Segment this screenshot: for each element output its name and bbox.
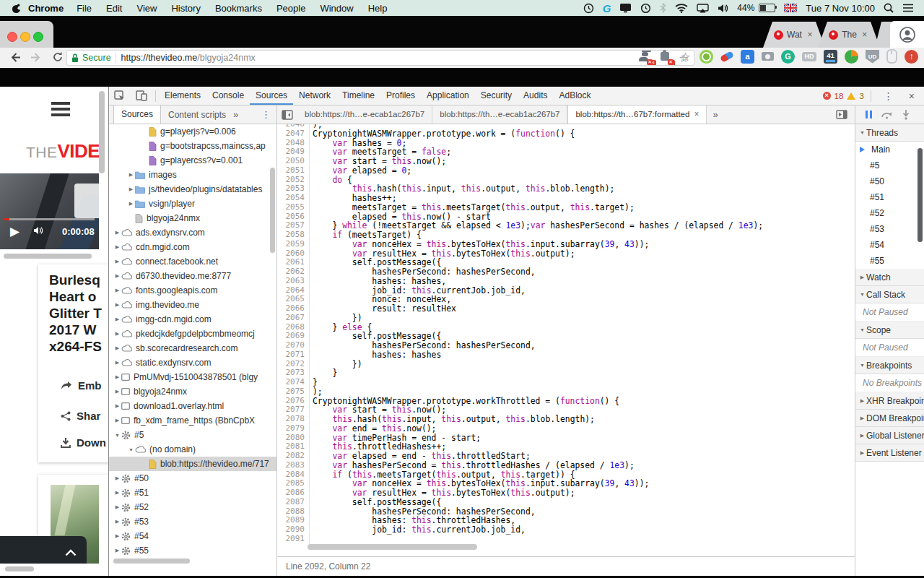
file-tree-item[interactable]: ▶sb.scorecardresearch.com [109, 341, 276, 355]
navigator-tab-content-scripts[interactable]: Content scripts [161, 110, 233, 120]
file-tree-item[interactable]: ▶blgyoja24nmx [109, 384, 276, 399]
tab-counter-extension-icon[interactable]: 41 [824, 50, 837, 64]
tree-expand-icon[interactable]: ▶ [127, 172, 135, 178]
section-expand-icon[interactable]: ▼ [858, 363, 866, 368]
reload-button[interactable] [52, 51, 64, 63]
site-logo[interactable]: THEVIDE [26, 140, 100, 163]
page-vertical-scrollbar[interactable] [99, 91, 105, 173]
battery-icon[interactable] [759, 4, 775, 12]
embed-button[interactable]: Emb [61, 379, 102, 392]
code-text[interactable]: hashes: hashes [310, 350, 441, 360]
sidebar-section-breakpoints[interactable]: ▼Breakpoints [855, 357, 924, 374]
tree-expand-icon[interactable]: ▶ [113, 316, 121, 322]
secure-lock-icon[interactable] [71, 53, 79, 63]
code-text[interactable]: var start = this.now(); [310, 157, 446, 166]
tree-expand-icon[interactable]: ▶ [127, 201, 135, 207]
file-tree-item[interactable]: ▶ads.exdynsrv.com [109, 225, 276, 240]
editor-tab-1[interactable]: blob:https://th…e-ecab1ac267b7 [297, 105, 432, 124]
uk-keyboard-flag-icon[interactable] [784, 4, 797, 12]
file-tree-item[interactable]: blgyoja24nmx [109, 211, 276, 225]
section-expand-icon[interactable]: ▶ [858, 433, 866, 439]
file-tree-item[interactable]: ▶#52 [109, 500, 276, 514]
devtools-tab-profiles[interactable]: Profiles [380, 87, 421, 105]
toggle-navigator-icon[interactable] [282, 110, 293, 120]
tree-expand-icon[interactable]: ▶ [113, 345, 121, 351]
tree-expand-icon[interactable]: ▶ [113, 331, 121, 337]
code-text[interactable]: } [310, 378, 318, 387]
time-machine-icon[interactable] [640, 3, 651, 14]
section-expand-icon[interactable]: ▼ [858, 292, 866, 297]
section-expand-icon[interactable]: ▼ [858, 327, 866, 332]
tree-expand-icon[interactable]: ▶ [113, 360, 121, 366]
open-drawer-icon[interactable] [836, 110, 847, 119]
file-tree-item[interactable]: ▶vsign/player [109, 197, 276, 211]
devtools-tab-elements[interactable]: Elements [159, 87, 206, 105]
tree-expand-icon[interactable]: ▶ [113, 259, 121, 264]
pause-script-icon[interactable] [866, 111, 872, 118]
navigator-menu-icon[interactable]: ⋮ [261, 109, 276, 120]
screen-record-icon[interactable] [583, 3, 594, 14]
file-tree-item[interactable]: ▶connect.facebook.net [109, 254, 276, 269]
warning-icon[interactable] [847, 92, 855, 100]
thread-item[interactable]: #53 [855, 221, 924, 237]
file-tree-item[interactable]: g=playerjs?v=0.006 [109, 124, 276, 139]
tab-close-icon[interactable]: × [694, 105, 699, 124]
line-number-gutter[interactable]: 2079 [277, 424, 310, 434]
menu-edit[interactable]: Edit [99, 3, 129, 14]
line-number-gutter[interactable]: 2058 [277, 230, 310, 240]
display-icon[interactable] [619, 3, 632, 13]
notification-center-icon[interactable] [902, 4, 914, 12]
code-text[interactable] [310, 535, 313, 544]
lime-circle-extension-icon[interactable] [699, 50, 713, 64]
bluetooth-icon[interactable] [660, 3, 666, 14]
tree-expand-icon[interactable]: ▶ [113, 389, 121, 394]
code-text[interactable]: var end = this.now(); [310, 424, 436, 434]
menu-window[interactable]: Window [313, 3, 360, 14]
menu-view[interactable]: View [129, 3, 164, 14]
airplay-icon[interactable] [697, 4, 709, 13]
sidebar-section-call-stack[interactable]: ▼Call Stack [855, 286, 924, 303]
hd-extension-icon[interactable]: HD [802, 52, 816, 61]
minimize-window-button[interactable] [20, 32, 30, 42]
line-number-gutter[interactable]: 2087 [277, 498, 310, 507]
blocked-person-extension-icon[interactable]: × [637, 50, 650, 64]
line-number-gutter[interactable]: 2066 [277, 304, 310, 314]
thread-item[interactable]: #5 [855, 158, 924, 173]
spotlight-search-icon[interactable] [884, 3, 894, 13]
line-number-gutter[interactable]: 2071 [277, 350, 310, 360]
file-tree-item[interactable]: ▶img.thevideo.me [109, 298, 276, 312]
tree-expand-icon[interactable]: ▶ [113, 230, 121, 236]
thread-item[interactable]: #54 [855, 237, 924, 253]
file-tree-item[interactable]: ▶fb_xdm_frame_https (BbnCpbX [109, 413, 276, 428]
sidebar-section-scope[interactable]: ▼Scope [855, 322, 924, 339]
file-tree-item[interactable]: blob:https://thevideo.me/717 [109, 457, 276, 471]
file-tree-item[interactable]: ▼#5 [109, 428, 276, 442]
player-horizontal-scrollbar[interactable] [4, 254, 92, 259]
sidebar-section-event-listener-breakpoints[interactable]: ▶Event Listener Breakpoints [855, 444, 924, 462]
tab-close-icon[interactable]: × [860, 30, 869, 40]
section-expand-icon[interactable]: ▼ [858, 130, 866, 135]
editor-tab-3[interactable]: blob:https://th…67b7:formatted× [567, 105, 707, 124]
blocked-plugin-extension-icon[interactable]: × [658, 50, 671, 64]
file-tree-item[interactable]: ▶d6730.thevideo.me:8777 [109, 269, 276, 283]
line-number-gutter[interactable]: 2047 [277, 129, 310, 139]
browser-tab-2[interactable]: The × [818, 22, 880, 48]
code-text[interactable]: hashesPerSecond: hashesPerSecond, [310, 267, 536, 277]
line-number-gutter[interactable]: 2063 [277, 277, 310, 286]
line-number-gutter[interactable]: 2059 [277, 240, 310, 249]
volume-icon[interactable] [718, 4, 728, 13]
ud-shield-extension-icon[interactable]: UD [866, 50, 879, 64]
code-text[interactable]: hashes++; [310, 194, 397, 203]
navigator-tab-sources[interactable]: Sources [113, 105, 161, 124]
tree-expand-icon[interactable]: ▶ [113, 288, 121, 293]
menubar-clock[interactable]: Tue 7 Nov 10:00 [806, 3, 875, 14]
thread-item[interactable]: #51 [855, 189, 924, 205]
tree-expand-icon[interactable]: ▶ [113, 504, 121, 510]
file-tree-item[interactable]: ▶#50 [109, 471, 276, 486]
editor-tabs-overflow-icon[interactable]: » [707, 109, 723, 120]
close-window-button[interactable] [7, 32, 17, 42]
tree-expand-icon[interactable]: ▶ [113, 244, 121, 250]
file-tree-item[interactable]: ▶js/thevideo/plugins/datatables [109, 182, 276, 197]
tree-expand-icon[interactable]: ▶ [113, 273, 121, 279]
line-number-gutter[interactable]: 2067 [277, 314, 310, 323]
